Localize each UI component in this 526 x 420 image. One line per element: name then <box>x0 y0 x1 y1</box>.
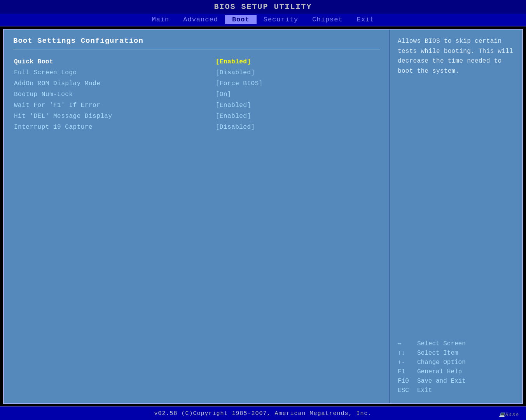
footer: v02.58 (C)Copyright 1985-2007, American … <box>0 406 526 420</box>
main-content: Boot Settings Configuration Quick Boot [… <box>3 29 523 404</box>
setting-row-wait-f1[interactable]: Wait For 'F1' If Error [Enabled] <box>13 100 380 111</box>
key-action-select-item: Select Item <box>417 350 458 357</box>
setting-name-bootup-numlock: Bootup Num-Lock <box>13 89 215 100</box>
setting-value-interrupt19: [Disabled] <box>215 122 380 133</box>
setting-row-hit-del[interactable]: Hit 'DEL' Message Display [Enabled] <box>13 111 380 122</box>
help-text: Allows BIOS to skip certain tests while … <box>398 37 514 76</box>
key-symbol-plusminus: +- <box>398 359 417 366</box>
tab-chipset[interactable]: Chipset <box>305 15 350 24</box>
setting-row-bootup-numlock[interactable]: Bootup Num-Lock [On] <box>13 89 380 100</box>
setting-value-hit-del: [Enabled] <box>215 111 380 122</box>
setting-name-hit-del: Hit 'DEL' Message Display <box>13 111 215 122</box>
divider <box>13 49 380 49</box>
key-row-change-option: +- Change Option <box>398 359 514 366</box>
tab-exit[interactable]: Exit <box>350 15 381 24</box>
key-row-f1: F1 General Help <box>398 368 514 375</box>
bios-title: BIOS SETUP UTILITY <box>214 2 312 11</box>
left-panel: Boot Settings Configuration Quick Boot [… <box>4 30 390 403</box>
setting-name-interrupt19: Interrupt 19 Capture <box>13 122 215 133</box>
tab-main[interactable]: Main <box>145 15 176 24</box>
key-action-select-screen: Select Screen <box>417 340 466 347</box>
tab-advanced[interactable]: Advanced <box>176 15 225 24</box>
key-row-select-screen: ↔ Select Screen <box>398 340 514 347</box>
footer-text: v02.58 (C)Copyright 1985-2007, American … <box>154 410 372 417</box>
setting-row-addon-rom[interactable]: AddOn ROM Display Mode [Force BIOS] <box>13 78 380 89</box>
right-panel: Allows BIOS to skip certain tests while … <box>390 30 522 403</box>
key-action-general-help: General Help <box>417 368 462 375</box>
key-symbol-arrows-ud: ↑↓ <box>398 350 417 357</box>
setting-name-addon-rom: AddOn ROM Display Mode <box>13 78 215 89</box>
top-bar: BIOS SETUP UTILITY <box>0 0 526 14</box>
footer-logo: 💻Base <box>499 411 519 418</box>
key-row-select-item: ↑↓ Select Item <box>398 350 514 357</box>
key-help: ↔ Select Screen ↑↓ Select Item +- Change… <box>398 340 514 396</box>
setting-row-fullscreenlogo[interactable]: Full Screen Logo [Disabled] <box>13 67 380 78</box>
setting-name-quickboot: Quick Boot <box>13 56 215 67</box>
key-symbol-f1: F1 <box>398 368 417 375</box>
tab-security[interactable]: Security <box>257 15 306 24</box>
setting-value-bootup-numlock: [On] <box>215 89 380 100</box>
key-action-change-option: Change Option <box>417 359 466 366</box>
setting-value-wait-f1: [Enabled] <box>215 100 380 111</box>
key-symbol-f10: F10 <box>398 378 417 385</box>
setting-value-quickboot: [Enabled] <box>215 56 380 67</box>
key-action-save-exit: Save and Exit <box>417 378 466 385</box>
tab-bar: Main Advanced Boot Security Chipset Exit <box>0 14 526 26</box>
key-symbol-esc: ESC <box>398 387 417 394</box>
section-title: Boot Settings Configuration <box>13 37 380 45</box>
key-row-f10: F10 Save and Exit <box>398 378 514 385</box>
tab-boot[interactable]: Boot <box>225 15 257 24</box>
key-row-esc: ESC Exit <box>398 387 514 394</box>
setting-value-addon-rom: [Force BIOS] <box>215 78 380 89</box>
setting-name-fullscreenlogo: Full Screen Logo <box>13 67 215 78</box>
setting-name-wait-f1: Wait For 'F1' If Error <box>13 100 215 111</box>
setting-row-interrupt19[interactable]: Interrupt 19 Capture [Disabled] <box>13 122 380 133</box>
key-action-exit: Exit <box>417 387 432 394</box>
setting-value-fullscreenlogo: [Disabled] <box>215 67 380 78</box>
settings-table: Quick Boot [Enabled] Full Screen Logo [D… <box>13 56 380 133</box>
key-symbol-arrows-lr: ↔ <box>398 340 417 347</box>
setting-row-quickboot[interactable]: Quick Boot [Enabled] <box>13 56 380 67</box>
